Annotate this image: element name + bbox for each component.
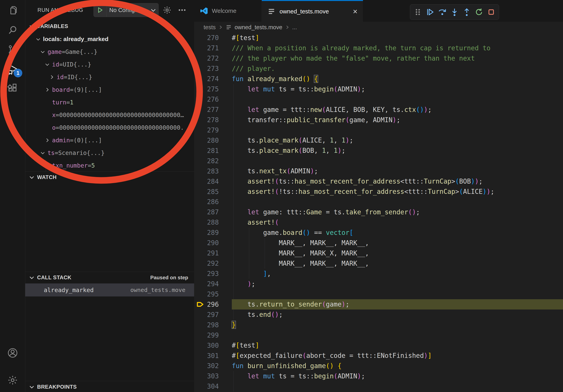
line-number[interactable]: 282 — [194, 157, 232, 165]
line-number[interactable]: 304 — [194, 382, 232, 390]
line-number[interactable]: 274 — [194, 75, 232, 83]
line-number[interactable]: 273 — [194, 65, 232, 72]
code-line-content[interactable]: MARK__, MARK_X, MARK__, — [232, 248, 563, 258]
code-line-content[interactable]: ts.return_to_sender(game); — [232, 299, 563, 310]
line-number[interactable]: 303 — [194, 372, 232, 380]
code-line[interactable]: 293 ], — [194, 269, 563, 279]
code-line-content[interactable]: ], — [232, 269, 563, 279]
step-out-icon[interactable] — [461, 7, 472, 17]
line-number[interactable]: 298 — [194, 321, 232, 329]
restart-icon[interactable] — [474, 7, 484, 17]
variable-row[interactable]: o = 0000000000000000000000000000000000. — [25, 121, 194, 134]
variable-row[interactable]: id = ID{...} — [25, 71, 194, 83]
code-line[interactable]: 277 let game = ttt::new(ALICE, BOB, KEY,… — [194, 105, 563, 115]
line-number[interactable]: 280 — [194, 137, 232, 144]
line-number[interactable]: 289 — [194, 229, 232, 236]
code-line[interactable]: 302fun burn_unfinished_game() { — [194, 361, 563, 371]
line-number[interactable]: 293 — [194, 270, 232, 277]
code-line-content[interactable]: ts.place_mark(ALICE, 1, 1); — [232, 135, 563, 145]
code-line-content[interactable] — [232, 381, 563, 392]
line-number[interactable]: 299 — [194, 331, 232, 339]
views-more-actions-icon[interactable] — [178, 6, 187, 15]
variable-row[interactable]: id = UID{...} — [25, 58, 194, 71]
code-line-content[interactable]: assert!(ts::has_most_recent_for_address<… — [232, 176, 563, 186]
call-stack-frame[interactable]: already_marked owned_tests.move — [25, 283, 194, 297]
accounts-icon[interactable] — [0, 343, 25, 363]
line-number[interactable]: 283 — [194, 167, 232, 175]
code-line-content[interactable]: assert!(!ts::has_most_recent_for_address… — [232, 186, 563, 197]
line-number[interactable]: 302 — [194, 362, 232, 370]
variables-scope-row[interactable]: locals: already_marked — [25, 33, 194, 45]
code-line[interactable]: 279 — [194, 125, 563, 135]
variables-section-header[interactable]: VARIABLES — [25, 21, 194, 32]
code-line[interactable]: 289 game.board() == vector[ — [194, 228, 563, 238]
line-number[interactable]: 275 — [194, 85, 232, 93]
code-line-content[interactable]: fun already_marked() { — [232, 74, 563, 84]
line-number[interactable]: 271 — [194, 44, 232, 52]
chevron-down-icon[interactable] — [45, 62, 52, 67]
code-line-content[interactable]: } — [232, 320, 563, 330]
code-line[interactable]: 276 — [194, 94, 563, 105]
line-number[interactable]: 284 — [194, 178, 232, 185]
code-line-content[interactable]: assert!( — [232, 217, 563, 228]
variable-row[interactable]: txn_number = 5 — [25, 159, 194, 172]
debug-config-dropdown[interactable]: No Configur — [93, 3, 159, 17]
code-line-content[interactable]: let mut ts = ts::begin(ADMIN); — [232, 371, 563, 381]
code-line-content[interactable]: let mut ts = ts::begin(ADMIN); — [232, 84, 563, 94]
code-line[interactable]: 288 assert!( — [194, 217, 563, 228]
variable-row[interactable]: admin = (0)[...] — [25, 134, 194, 146]
line-number[interactable]: 270 — [194, 34, 232, 42]
line-number[interactable]: 281 — [194, 147, 232, 155]
settings-gear-icon[interactable] — [0, 370, 25, 390]
code-line[interactable]: 299 — [194, 330, 563, 340]
chevron-down-icon[interactable] — [36, 37, 43, 42]
code-line[interactable]: 297 ts.end(); — [194, 310, 563, 320]
code-line[interactable]: 281 ts.place_mark(BOB, 1, 1); — [194, 145, 563, 156]
code-line-content[interactable] — [232, 94, 563, 105]
code-line[interactable]: 283 ts.next_tx(ADMIN); — [194, 166, 563, 176]
code-line-content[interactable]: /// player. — [232, 64, 563, 74]
search-icon[interactable] — [0, 20, 25, 40]
line-number[interactable]: 294 — [194, 280, 232, 288]
code-line[interactable]: 270#[test] — [194, 33, 563, 43]
continue-icon[interactable] — [425, 7, 435, 17]
code-line-content[interactable]: #[test] — [232, 340, 563, 351]
run-and-debug-icon[interactable]: 1 — [0, 60, 25, 80]
breadcrumb[interactable]: testsowned_tests.move... — [194, 22, 563, 33]
start-debugging-icon[interactable] — [94, 3, 106, 17]
variable-row[interactable]: game = Game{...} — [25, 45, 194, 58]
line-number[interactable]: 297 — [194, 311, 232, 319]
code-line-content[interactable]: ts.place_mark(BOB, 1, 1); — [232, 145, 563, 156]
code-line[interactable]: 286 — [194, 197, 563, 207]
chevron-right-icon[interactable] — [45, 138, 52, 143]
code-line-current[interactable]: 296 ts.return_to_sender(game); — [194, 299, 563, 310]
stop-icon[interactable] — [486, 7, 497, 17]
line-number[interactable]: 272 — [194, 54, 232, 62]
code-line-content[interactable]: let game = ttt::new(ALICE, BOB, KEY, ts.… — [232, 105, 563, 115]
code-line-content[interactable] — [232, 156, 563, 166]
code-line[interactable]: 300#[test] — [194, 340, 563, 351]
code-line[interactable]: 295 — [194, 289, 563, 299]
code-line-content[interactable]: let game: ttt::Game = ts.take_from_sende… — [232, 207, 563, 217]
code-line-content[interactable]: ts.next_tx(ADMIN); — [232, 166, 563, 176]
drag-grip-icon[interactable] — [412, 7, 423, 17]
code-line-content[interactable]: #[expected_failure(abort_code = ttt::ENo… — [232, 351, 563, 361]
variable-row[interactable]: board = (9)[...] — [25, 83, 194, 96]
code-line[interactable]: 304 — [194, 381, 563, 392]
breadcrumb-item[interactable]: owned_tests.move — [235, 24, 282, 31]
line-number[interactable]: 276 — [194, 95, 232, 103]
chevron-down-icon[interactable] — [40, 49, 48, 54]
line-number[interactable]: 288 — [194, 219, 232, 226]
code-line[interactable]: 282 — [194, 156, 563, 166]
variable-row[interactable]: ts = Scenario{...} — [25, 146, 194, 159]
code-line-content[interactable]: /// When a position is already marked, t… — [232, 43, 563, 53]
code-line-content[interactable]: #[test] — [232, 33, 563, 43]
chevron-down-icon[interactable] — [40, 150, 48, 156]
chevron-right-icon[interactable] — [45, 87, 52, 92]
code-line-content[interactable] — [232, 289, 563, 299]
line-number[interactable]: 279 — [194, 126, 232, 134]
close-tab-icon[interactable]: × — [353, 8, 358, 15]
line-number[interactable]: 286 — [194, 198, 232, 206]
tab-welcome[interactable]: Welcome — [194, 0, 262, 22]
code-line[interactable]: 280 ts.place_mark(ALICE, 1, 1); — [194, 135, 563, 145]
